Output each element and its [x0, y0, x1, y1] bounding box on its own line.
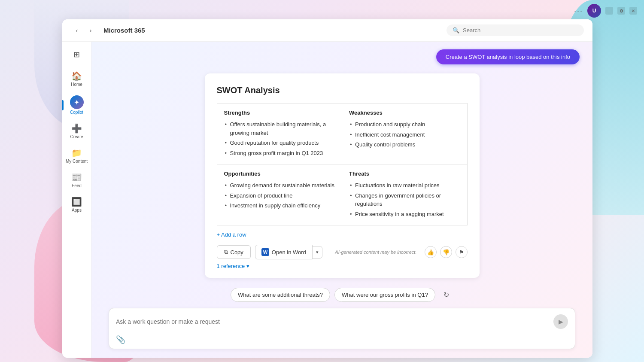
swot-opportunities-cell: Opportunities Growing demand for sustain…: [217, 164, 342, 225]
feed-icon: 📰: [71, 172, 82, 183]
reference-row[interactable]: 1 reference ▾: [217, 263, 468, 269]
copilot-sparkle-icon: ✦: [74, 98, 79, 106]
list-item: Inefficient cost management: [349, 130, 460, 140]
settings-button[interactable]: ⚙: [617, 7, 625, 15]
refresh-icon: ↻: [444, 291, 449, 299]
chat-area: SWOT Analysis Strengths Offers sustainab…: [91, 69, 592, 283]
list-item: Strong gross profit margin in Q1 2023: [224, 148, 335, 158]
search-icon: 🔍: [453, 27, 459, 33]
swot-strengths-list: Offers sustainable building materials, a…: [224, 119, 335, 158]
suggestion-chips: What are some additional threats? What w…: [109, 288, 575, 302]
window-controls: ··· U − ⚙ ✕: [574, 4, 637, 18]
swot-title: SWOT Analysis: [217, 85, 468, 95]
open-word-label: Open in Word: [272, 249, 306, 256]
open-in-word-button[interactable]: W Open in Word: [255, 245, 313, 259]
word-icon: W: [261, 248, 269, 256]
suggestion-chip-profits[interactable]: What were our gross profits in Q1?: [334, 288, 435, 302]
minimize-button[interactable]: −: [605, 7, 613, 15]
window-body: ⊞ 🏠 Home ✦ Copilot ➕ Create 📁 My Content: [62, 42, 592, 358]
open-word-group: W Open in Word ▾: [255, 245, 322, 259]
window-titlebar: ‹ › Microsoft 365 🔍: [62, 19, 592, 42]
sidebar-item-feed[interactable]: 📰 Feed: [62, 169, 91, 192]
search-bar[interactable]: 🔍: [447, 24, 584, 36]
list-item: Growing demand for sustainable materials: [224, 180, 335, 191]
sidebar: ⊞ 🏠 Home ✦ Copilot ➕ Create 📁 My Content: [62, 42, 91, 358]
card-actions: ⧉ Copy W Open in Word ▾ A: [217, 245, 468, 259]
thumbs-up-button[interactable]: 👍: [425, 246, 437, 258]
chat-input[interactable]: [116, 318, 553, 325]
apps-grid-button[interactable]: ⊞: [69, 47, 85, 62]
sidebar-item-home[interactable]: 🏠 Home: [62, 67, 91, 90]
back-arrow-icon: ‹: [76, 27, 78, 34]
bottom-area: What are some additional threats? What w…: [91, 283, 592, 358]
sidebar-label-copilot: Copilot: [70, 110, 83, 115]
swot-threats-cell: Threats Fluctuations in raw material pri…: [342, 164, 468, 225]
list-item: Investment in supply chain efficiency: [224, 201, 335, 211]
my-content-icon: 📁: [71, 148, 82, 158]
sidebar-label-home: Home: [71, 82, 82, 87]
sidebar-label-feed: Feed: [72, 183, 82, 188]
sidebar-item-create[interactable]: ➕ Create: [62, 120, 91, 143]
apps-icon: 🔲: [71, 197, 82, 207]
more-options-icon[interactable]: ···: [574, 6, 583, 15]
suggestion-chip-threats[interactable]: What are some additional threats?: [231, 288, 330, 302]
swot-weaknesses-list: Production and supply chain Inefficient …: [349, 119, 460, 150]
copy-icon: ⧉: [224, 249, 228, 256]
ai-disclaimer: AI-generated content may be incorrect.: [335, 249, 416, 255]
forward-button[interactable]: ›: [85, 24, 97, 37]
input-actions-row: 📎: [116, 332, 568, 344]
refresh-button[interactable]: ↻: [440, 288, 453, 301]
sidebar-label-create: Create: [70, 134, 83, 139]
grid-icon: ⊞: [73, 50, 80, 59]
list-item: Changes in government policies or regula…: [349, 191, 460, 209]
swot-strengths-label: Strengths: [224, 110, 335, 116]
open-word-dropdown-button[interactable]: ▾: [313, 246, 322, 259]
sidebar-item-my-content[interactable]: 📁 My Content: [62, 144, 91, 167]
reference-label: 1 reference: [217, 263, 245, 269]
list-item: Offers sustainable building materials, a…: [224, 119, 335, 138]
copilot-icon: ✦: [70, 95, 84, 109]
home-icon: 🏠: [71, 71, 82, 81]
sidebar-label-my-content: My Content: [66, 159, 88, 164]
forward-arrow-icon: ›: [90, 27, 92, 34]
list-item: Quality control problems: [349, 140, 460, 150]
flag-icon: ⚑: [459, 249, 464, 256]
swot-weaknesses-label: Weaknesses: [349, 110, 460, 116]
sidebar-item-apps[interactable]: 🔲 Apps: [62, 193, 91, 216]
list-item: Price sensitivity in a sagging market: [349, 209, 460, 219]
swot-opportunities-label: Opportunities: [224, 170, 335, 177]
swot-table: Strengths Offers sustainable building ma…: [217, 103, 468, 225]
create-icon: ➕: [71, 123, 82, 134]
feedback-icons: 👍 👎 ⚑: [425, 246, 468, 258]
list-item: Expansion of product line: [224, 191, 335, 201]
window-title: Microsoft 365: [103, 27, 440, 34]
thumbs-down-button[interactable]: 👎: [440, 246, 452, 258]
copy-label: Copy: [231, 249, 243, 256]
input-box: ▶ 📎: [109, 308, 575, 349]
thumbs-down-icon: 👎: [443, 249, 450, 256]
swot-opportunities-list: Growing demand for sustainable materials…: [224, 180, 335, 211]
search-input[interactable]: [463, 27, 578, 33]
sidebar-label-apps: Apps: [72, 208, 82, 213]
back-button[interactable]: ‹: [71, 24, 83, 37]
send-icon: ▶: [559, 318, 563, 325]
add-row-button[interactable]: + Add a row: [217, 231, 246, 238]
close-button[interactable]: ✕: [629, 7, 637, 15]
swot-card: SWOT Analysis Strengths Offers sustainab…: [205, 73, 480, 278]
send-button[interactable]: ▶: [553, 314, 568, 329]
input-row: ▶: [116, 314, 568, 329]
copy-button[interactable]: ⧉ Copy: [217, 245, 251, 259]
sidebar-item-copilot[interactable]: ✦ Copilot: [62, 92, 91, 118]
list-item: Production and supply chain: [349, 119, 460, 130]
reference-chevron-icon: ▾: [246, 263, 249, 269]
list-item: Good reputation for quality products: [224, 138, 335, 148]
main-window: ‹ › Microsoft 365 🔍 ⊞ 🏠 Home ✦: [62, 19, 592, 358]
attachment-icon[interactable]: 📎: [116, 335, 125, 344]
avatar[interactable]: U: [587, 4, 601, 18]
thumbs-up-icon: 👍: [427, 249, 434, 256]
copilot-prompt-button[interactable]: Create a SWOT analysis in loop based on …: [436, 49, 580, 64]
flag-button[interactable]: ⚑: [456, 246, 468, 258]
swot-threats-list: Fluctuations in raw material prices Chan…: [349, 180, 460, 219]
list-item: Fluctuations in raw material prices: [349, 180, 460, 191]
swot-strengths-cell: Strengths Offers sustainable building ma…: [217, 103, 342, 164]
